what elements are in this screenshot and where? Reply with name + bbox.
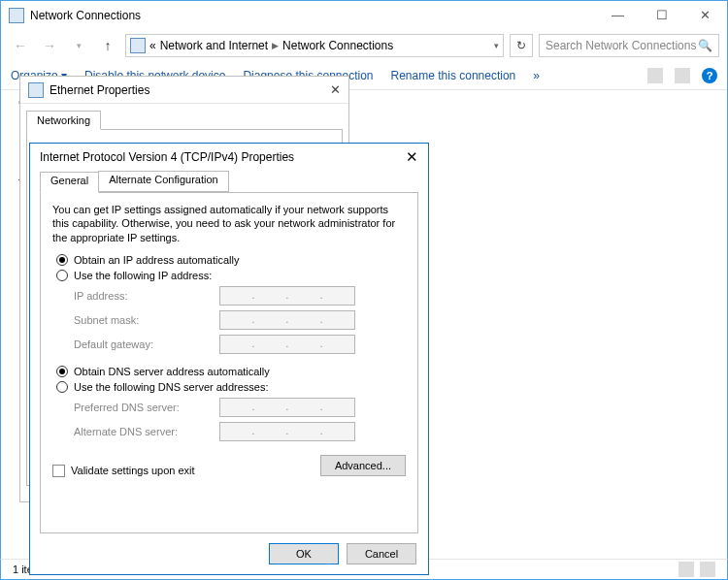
ok-button[interactable]: OK: [269, 543, 339, 564]
refresh-button[interactable]: ↻: [510, 34, 533, 57]
radio-dot-icon: [56, 381, 68, 393]
ethernet-icon: [28, 82, 44, 98]
cancel-button[interactable]: Cancel: [347, 543, 416, 564]
preferred-dns-field[interactable]: ...: [219, 398, 355, 417]
ethernet-dialog-title: Ethernet Properties: [50, 83, 149, 97]
maximize-button[interactable]: ☐: [640, 2, 683, 29]
checkbox-icon: [52, 465, 65, 477]
label-subnet-mask: Subnet mask:: [74, 314, 219, 326]
ipv4-dialog-title: Internet Protocol Version 4 (TCP/IPv4) P…: [40, 150, 294, 164]
default-gateway-field[interactable]: ...: [219, 335, 355, 354]
radio-dot-icon: [56, 366, 68, 377]
subnet-mask-field[interactable]: ...: [219, 310, 355, 330]
location-icon: [130, 38, 146, 53]
advanced-button[interactable]: Advanced...: [320, 455, 406, 476]
ethernet-close-button[interactable]: ✕: [330, 82, 341, 97]
chevron-right-icon: ▶: [272, 41, 279, 50]
titlebar: Network Connections — ☐ ✕: [1, 1, 727, 30]
radio-dot-icon: [56, 270, 68, 281]
rename-button[interactable]: Rename this connection: [391, 69, 516, 82]
label-alternate-dns: Alternate DNS server:: [74, 426, 219, 437]
general-panel: You can get IP settings assigned automat…: [40, 192, 418, 533]
label-default-gateway: Default gateway:: [74, 338, 219, 350]
back-button[interactable]: ←: [9, 34, 32, 57]
tab-networking[interactable]: Networking: [26, 111, 101, 130]
details-view-button[interactable]: [678, 562, 694, 577]
validate-checkbox[interactable]: Validate settings upon exit: [52, 465, 195, 477]
overflow-menu[interactable]: »: [533, 69, 540, 82]
breadcrumb[interactable]: « Network and Internet ▶ Network Connect…: [125, 34, 504, 57]
label-preferred-dns: Preferred DNS server:: [74, 402, 219, 413]
preview-pane-button[interactable]: [675, 68, 690, 83]
radio-ip-auto[interactable]: Obtain an IP address automatically: [56, 254, 406, 266]
breadcrumb-prefix: «: [149, 39, 156, 52]
radio-dot-icon: [56, 254, 68, 266]
app-icon: [9, 8, 24, 23]
ipv4-description: You can get IP settings assigned automat…: [52, 203, 406, 244]
icons-view-button[interactable]: [700, 562, 715, 577]
radio-ip-manual[interactable]: Use the following IP address:: [56, 270, 406, 281]
ip-address-field[interactable]: ...: [219, 286, 355, 306]
label-ip-address: IP address:: [74, 290, 219, 302]
radio-dns-manual[interactable]: Use the following DNS server addresses:: [56, 381, 406, 393]
radio-dns-auto[interactable]: Obtain DNS server address automatically: [56, 366, 406, 377]
window-title: Network Connections: [30, 9, 141, 22]
tab-alternate-config[interactable]: Alternate Configuration: [98, 171, 229, 192]
up-button[interactable]: ↑: [96, 34, 119, 57]
tab-general[interactable]: General: [40, 172, 99, 193]
forward-button[interactable]: →: [38, 34, 61, 57]
search-icon: 🔍: [698, 39, 712, 52]
recent-dropdown[interactable]: ▾: [67, 34, 90, 57]
close-button[interactable]: ✕: [683, 2, 727, 29]
breadcrumb-seg-2[interactable]: Network Connections: [282, 39, 393, 52]
ipv4-properties-dialog: Internet Protocol Version 4 (TCP/IPv4) P…: [29, 143, 429, 575]
help-icon[interactable]: ?: [702, 68, 717, 83]
minimize-button[interactable]: —: [596, 2, 640, 29]
search-placeholder: Search Network Connections: [546, 39, 696, 52]
ipv4-close-button[interactable]: ✕: [406, 148, 418, 166]
alternate-dns-field[interactable]: ...: [219, 422, 355, 441]
search-input[interactable]: Search Network Connections 🔍: [539, 34, 719, 57]
breadcrumb-seg-1[interactable]: Network and Internet: [160, 39, 268, 52]
view-options-button[interactable]: [647, 68, 663, 83]
address-bar: ← → ▾ ↑ « Network and Internet ▶ Network…: [1, 30, 727, 61]
breadcrumb-dropdown[interactable]: ▾: [494, 41, 499, 50]
